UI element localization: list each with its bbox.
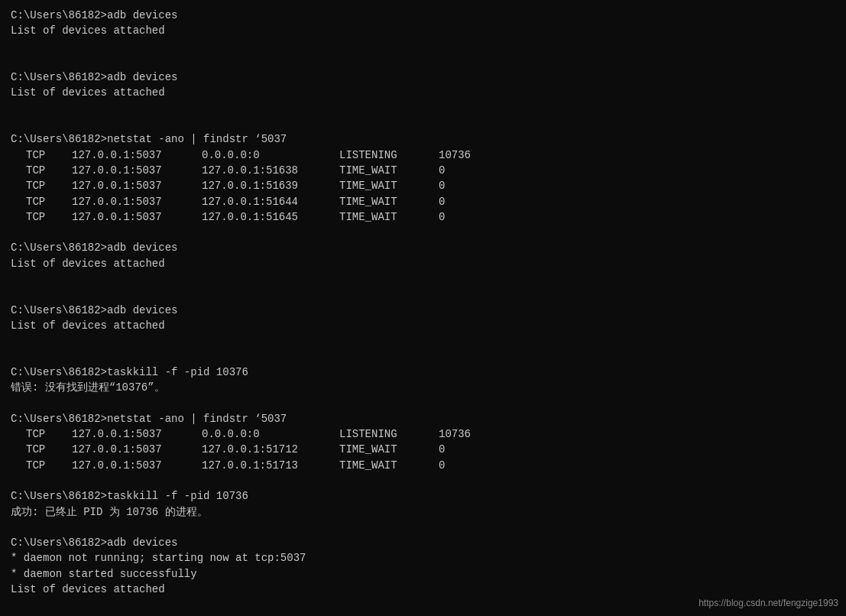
tcp-protocol: TCP [26,426,72,442]
tcp-foreign-address: 127.0.0.1:51638 [202,163,339,178]
tcp-state: TIME_WAIT [339,194,439,209]
tcp-foreign-address: 127.0.0.1:51712 [202,442,339,457]
tcp-protocol: TCP [26,209,72,225]
command-prompt-line: C:\Users\86182>adb devices [11,8,835,23]
blank-line [11,395,835,410]
tcp-foreign-address: 127.0.0.1:51645 [202,209,339,225]
tcp-pid: 10736 [439,148,471,163]
blank-line [11,271,835,287]
tcp-foreign-address: 127.0.0.1:51644 [202,194,339,209]
tcp-state: TIME_WAIT [339,209,439,225]
blank-line [11,349,835,365]
command-prompt-line: C:\Users\86182>adb devices [11,303,835,318]
tcp-pid: 0 [439,458,445,473]
daemon-line: * daemon started successfully [11,566,835,582]
tcp-row: TCP127.0.0.1:5037127.0.0.1:51713TIME_WAI… [11,458,835,473]
tcp-local-address: 127.0.0.1:5037 [72,178,202,193]
tcp-foreign-address: 127.0.0.1:51639 [202,178,339,193]
watermark: https://blog.csdn.net/fengzige1993 [699,598,838,608]
tcp-row: TCP127.0.0.1:5037127.0.0.1:51712TIME_WAI… [11,442,835,457]
daemon-line: * daemon not running; starting now at tc… [11,550,835,566]
error-line: 错误: 没有找到进程“10376”。 [11,380,835,395]
blank-line [11,473,835,488]
command-prompt-line: C:\Users\86182>netstat -ano | findstr ‘5… [11,131,835,147]
tcp-local-address: 127.0.0.1:5037 [72,209,202,225]
terminal-content: C:\Users\86182>adb devicesList of device… [11,8,835,597]
blank-line [11,520,835,535]
blank-line [11,54,835,70]
tcp-state: LISTENING [339,148,439,163]
tcp-row: TCP127.0.0.1:50370.0.0.0:0LISTENING10736 [11,426,835,442]
tcp-protocol: TCP [26,442,72,457]
tcp-pid: 0 [439,194,445,209]
tcp-protocol: TCP [26,458,72,473]
tcp-local-address: 127.0.0.1:5037 [72,442,202,457]
success-line: 成功: 已终止 PID 为 10736 的进程。 [11,504,835,520]
tcp-pid: 0 [439,442,445,457]
blank-line [11,287,835,302]
output-line: List of devices attached [11,256,835,271]
tcp-row: TCP127.0.0.1:5037127.0.0.1:51644TIME_WAI… [11,194,835,209]
terminal-window: C:\Users\86182>adb devicesList of device… [0,0,846,616]
tcp-pid: 10736 [439,426,471,442]
tcp-protocol: TCP [26,148,72,163]
tcp-foreign-address: 0.0.0.0:0 [202,426,339,442]
blank-line [11,39,835,54]
tcp-local-address: 127.0.0.1:5037 [72,163,202,178]
blank-line [11,101,835,116]
tcp-state: TIME_WAIT [339,163,439,178]
tcp-pid: 0 [439,178,445,193]
output-line: List of devices attached [11,318,835,333]
tcp-state: TIME_WAIT [339,458,439,473]
tcp-row: TCP127.0.0.1:50370.0.0.0:0LISTENING10736 [11,148,835,163]
tcp-row: TCP127.0.0.1:5037127.0.0.1:51645TIME_WAI… [11,209,835,225]
command-prompt-line: C:\Users\86182>taskkill -f -pid 10376 [11,365,835,380]
command-prompt-line: C:\Users\86182>netstat -ano | findstr ‘5… [11,411,835,426]
tcp-state: TIME_WAIT [339,442,439,457]
tcp-protocol: TCP [26,178,72,193]
tcp-pid: 0 [439,163,445,178]
tcp-row: TCP127.0.0.1:5037127.0.0.1:51639TIME_WAI… [11,178,835,193]
tcp-pid: 0 [439,209,445,225]
tcp-local-address: 127.0.0.1:5037 [72,426,202,442]
blank-line [11,225,835,240]
command-prompt-line: C:\Users\86182>adb devices [11,240,835,255]
tcp-local-address: 127.0.0.1:5037 [72,194,202,209]
tcp-local-address: 127.0.0.1:5037 [72,148,202,163]
tcp-protocol: TCP [26,163,72,178]
tcp-protocol: TCP [26,194,72,209]
command-prompt-line: C:\Users\86182>adb devices [11,70,835,85]
tcp-state: TIME_WAIT [339,178,439,193]
command-prompt-line: C:\Users\86182>adb devices [11,535,835,550]
output-line: List of devices attached [11,23,835,38]
blank-line [11,333,835,349]
tcp-state: LISTENING [339,426,439,442]
output-line: List of devices attached [11,85,835,100]
tcp-foreign-address: 0.0.0.0:0 [202,148,339,163]
tcp-local-address: 127.0.0.1:5037 [72,458,202,473]
output-line: List of devices attached [11,582,835,597]
blank-line [11,116,835,131]
command-prompt-line: C:\Users\86182>taskkill -f -pid 10736 [11,488,835,504]
tcp-row: TCP127.0.0.1:5037127.0.0.1:51638TIME_WAI… [11,163,835,178]
tcp-foreign-address: 127.0.0.1:51713 [202,458,339,473]
